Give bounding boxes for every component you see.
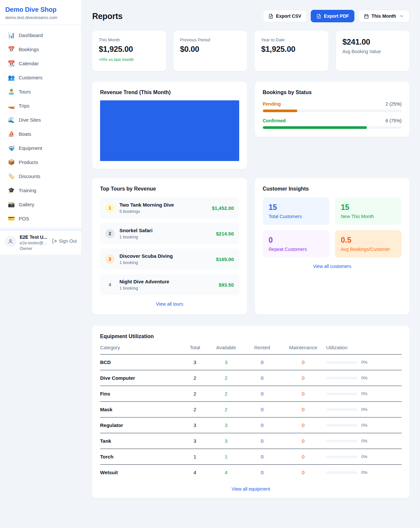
equipment-utilization-title: Equipment Utilization xyxy=(100,334,402,339)
equipment-total-cell: 3 xyxy=(182,359,208,365)
sidebar-item-pos[interactable]: 💳 POS xyxy=(4,212,77,226)
equipment-category-cell: Fins xyxy=(100,391,182,396)
sidebar: Demo Dive Shop demo.test.divestreams.com… xyxy=(0,0,82,254)
utilization-bar-track xyxy=(326,377,357,379)
sidebar-item-reports-partial-highlight[interactable] xyxy=(0,228,81,231)
stat-label: Previous Period xyxy=(180,37,241,42)
equipment-category-cell: Regulator xyxy=(100,422,182,428)
header-actions: Export CSV Export PDF This Month xyxy=(263,10,410,22)
equipment-rented-cell: 0 xyxy=(244,438,280,444)
equipment-available-cell: 2 xyxy=(208,407,244,412)
main-content: Reports Export CSV Export PDF This Month… xyxy=(82,0,420,511)
insight-tile: 15 Total Customers xyxy=(263,197,329,225)
user-role: Owner xyxy=(20,246,49,251)
equipment-table-body: BCD 3 3 0 0 0% Dive Computer 2 2 0 xyxy=(100,355,402,480)
sidebar-item-equipment[interactable]: 🤿 Equipment xyxy=(4,141,77,155)
sailboat-icon: ⛵ xyxy=(8,131,14,137)
rank-badge: 1 xyxy=(105,203,115,213)
sidebar-item-dashboard[interactable]: 📊 Dashboard xyxy=(4,28,77,42)
view-all-equipment-link[interactable]: View all equipment xyxy=(100,486,402,492)
column-header-utilization: Utilization xyxy=(326,345,402,350)
sidebar-item-bookings[interactable]: 📅 Bookings xyxy=(4,42,77,56)
equipment-utilization-cell: 0% xyxy=(326,454,402,459)
utilization-bar-track xyxy=(326,456,357,458)
user-name: E2E Test U... xyxy=(20,234,49,240)
tours-list: 1 Two Tank Morning Dive 5 bookings $1,45… xyxy=(100,197,239,295)
status-row: Pending 2 (25%) xyxy=(263,101,402,112)
equipment-category-cell: BCD xyxy=(100,359,182,365)
utilization-percent: 0% xyxy=(361,423,368,428)
insight-value: 0.5 xyxy=(341,236,396,245)
sidebar-item-gallery[interactable]: 📸 Gallery xyxy=(4,197,77,212)
sidebar-item-trips[interactable]: 🚤 Trips xyxy=(4,99,77,113)
file-download-icon xyxy=(268,14,273,19)
view-all-tours-link[interactable]: View all tours xyxy=(100,301,239,307)
sidebar-item-label: Calendar xyxy=(19,61,39,66)
status-list: Pending 2 (25%) Confirmed 6 (75%) xyxy=(263,101,402,129)
equipment-maintenance-cell: 0 xyxy=(280,438,326,444)
status-label: Pending xyxy=(263,101,281,107)
sidebar-item-boats[interactable]: ⛵ Boats xyxy=(4,127,77,141)
insight-label: Repeat Customers xyxy=(269,247,324,252)
sidebar-item-label: Bookings xyxy=(19,47,39,52)
equipment-available-cell: 4 xyxy=(208,470,244,475)
stat-label: Avg Booking Value xyxy=(343,49,403,54)
status-count: 2 (25%) xyxy=(386,101,402,107)
status-progress-track xyxy=(263,126,402,129)
insight-label: New This Month xyxy=(341,214,396,219)
period-select[interactable]: This Month xyxy=(358,10,410,22)
equipment-maintenance-cell: 0 xyxy=(280,454,326,459)
sidebar-item-tours[interactable]: 🏝️ Tours xyxy=(4,85,77,99)
equipment-utilization-cell: 0% xyxy=(326,376,402,380)
equipment-maintenance-cell: 0 xyxy=(280,391,326,396)
export-pdf-button[interactable]: Export PDF xyxy=(311,10,354,22)
insight-value: 0 xyxy=(269,236,324,245)
table-row: Mask 2 2 0 0 0% xyxy=(100,402,402,417)
revenue-trend-bar xyxy=(100,100,239,161)
sidebar-item-label: Equipment xyxy=(19,145,42,151)
sidebar-item-label: Customers xyxy=(19,75,43,80)
top-tours-card: Top Tours by Revenue 1 Two Tank Morning … xyxy=(92,178,247,315)
sidebar-item-discounts[interactable]: 🏷️ Discounts xyxy=(4,169,77,183)
rank-badge: 2 xyxy=(105,229,115,238)
equipment-total-cell: 2 xyxy=(182,391,208,396)
equipment-total-cell: 3 xyxy=(182,438,208,444)
equipment-category-cell: Wetsuit xyxy=(100,470,182,475)
bookings-by-status-title: Bookings by Status xyxy=(263,90,402,95)
equipment-total-cell: 2 xyxy=(182,375,208,381)
stat-card: Year to Date $1,925.00 xyxy=(255,31,328,71)
sidebar-item-customers[interactable]: 👥 Customers xyxy=(4,71,77,85)
sidebar-item-label: POS xyxy=(19,216,29,221)
equipment-rented-cell: 0 xyxy=(244,470,280,475)
equipment-utilization-cell: 0% xyxy=(326,423,402,428)
status-progress-fill xyxy=(263,110,298,112)
bar-chart-icon: 📊 xyxy=(8,32,14,39)
view-all-customers-link[interactable]: View all customers xyxy=(263,264,402,269)
sign-out-button[interactable]: Sign Out xyxy=(52,238,77,244)
sidebar-item-label: Discounts xyxy=(19,173,40,179)
equipment-utilization-cell: 0% xyxy=(326,407,402,412)
table-row: Wetsuit 4 4 0 0 0% xyxy=(100,465,402,480)
equipment-total-cell: 2 xyxy=(182,407,208,412)
table-row: Torch 1 1 0 0 0% xyxy=(100,449,402,465)
sidebar-item-training[interactable]: 🎓 Training xyxy=(4,183,77,197)
stat-card: This Month $1,925.00 +0% vs last month xyxy=(92,31,166,71)
sidebar-nav: 📊 Dashboard 📅 Bookings 📆 Calendar 👥 Cust… xyxy=(0,25,81,228)
island-icon: 🏝️ xyxy=(8,88,14,95)
stat-value: $1,925.00 xyxy=(261,45,322,54)
equipment-maintenance-cell: 0 xyxy=(280,422,326,428)
sidebar-item-label: Products xyxy=(19,159,38,165)
wave-icon: 🌊 xyxy=(8,116,14,123)
equipment-utilization-card: Equipment Utilization Category Total Ava… xyxy=(92,326,410,498)
sidebar-item-dive-sites[interactable]: 🌊 Dive Sites xyxy=(4,113,77,127)
utilization-bar-track xyxy=(326,471,357,474)
calendar-date-icon: 📅 xyxy=(8,46,14,53)
package-icon: 📦 xyxy=(8,159,14,166)
status-progress-fill xyxy=(263,126,367,129)
export-csv-button[interactable]: Export CSV xyxy=(263,10,307,22)
sidebar-item-products[interactable]: 📦 Products xyxy=(4,155,77,169)
equipment-rented-cell: 0 xyxy=(244,391,280,396)
status-progress-track xyxy=(263,110,402,112)
table-row: Regulator 3 3 0 0 0% xyxy=(100,417,402,433)
sidebar-item-calendar[interactable]: 📆 Calendar xyxy=(4,56,77,71)
